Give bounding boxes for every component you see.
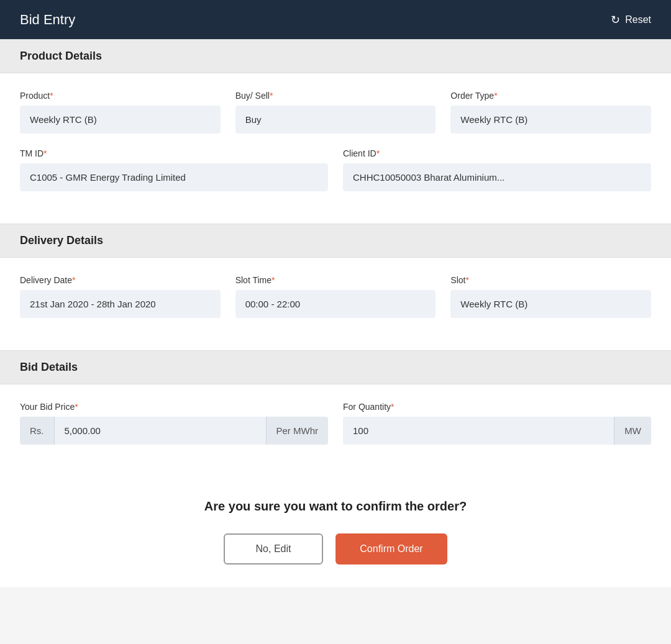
- product-required: *: [50, 91, 53, 101]
- client-id-label: Client ID*: [343, 148, 651, 158]
- bid-price-suffix: Per MWhr: [266, 417, 329, 445]
- slot-required: *: [465, 275, 468, 285]
- slot-label: Slot*: [450, 275, 651, 285]
- tm-id-value: C1005 - GMR Energy Trading Limited: [20, 163, 328, 191]
- delivery-date-required: *: [72, 275, 75, 285]
- product-details-section-content: Product* Weekly RTC (B) Buy/ Sell* Buy O…: [0, 73, 671, 224]
- confirmation-section: Are you sure you want to confirm the ord…: [0, 477, 671, 587]
- delivery-details-section-content: Delivery Date* 21st Jan 2020 - 28th Jan …: [0, 258, 671, 350]
- bid-price-input[interactable]: [55, 417, 266, 445]
- reset-icon: ↻: [611, 13, 620, 27]
- quantity-label: For Quantity*: [343, 402, 651, 412]
- product-details-section-header: Product Details: [0, 39, 671, 73]
- delivery-date-value: 21st Jan 2020 - 28th Jan 2020: [20, 290, 221, 318]
- bid-price-label: Your Bid Price*: [20, 402, 328, 412]
- quantity-input[interactable]: [343, 417, 614, 445]
- bid-price-container: Rs. Per MWhr: [20, 417, 328, 445]
- tm-client-row: TM ID* C1005 - GMR Energy Trading Limite…: [20, 148, 651, 191]
- delivery-date-label: Delivery Date*: [20, 275, 221, 285]
- order-type-label: Order Type*: [450, 91, 651, 101]
- tm-id-field-group: TM ID* C1005 - GMR Energy Trading Limite…: [20, 148, 328, 191]
- slot-time-field-group: Slot Time* 00:00 - 22:00: [235, 275, 436, 318]
- slot-time-label: Slot Time*: [235, 275, 436, 285]
- buy-sell-required: *: [270, 91, 273, 101]
- client-id-required: *: [377, 148, 380, 158]
- tm-id-label: TM ID*: [20, 148, 328, 158]
- bid-row: Your Bid Price* Rs. Per MWhr For Quantit…: [20, 402, 651, 445]
- bid-details-section-header: Bid Details: [0, 350, 671, 384]
- quantity-field-group: For Quantity* MW: [343, 402, 651, 445]
- slot-field-group: Slot* Weekly RTC (B): [450, 275, 651, 318]
- product-field-group: Product* Weekly RTC (B): [20, 91, 221, 134]
- buy-sell-label: Buy/ Sell*: [235, 91, 436, 101]
- slot-time-value: 00:00 - 22:00: [235, 290, 436, 318]
- delivery-row: Delivery Date* 21st Jan 2020 - 28th Jan …: [20, 275, 651, 318]
- button-row: No, Edit Confirm Order: [20, 533, 651, 565]
- slot-value: Weekly RTC (B): [450, 290, 651, 318]
- order-type-value: Weekly RTC (B): [450, 106, 651, 134]
- bid-price-required: *: [75, 402, 78, 412]
- client-id-field-group: Client ID* CHHC10050003 Bharat Aluminium…: [343, 148, 651, 191]
- tm-id-required: *: [43, 148, 47, 158]
- product-value: Weekly RTC (B): [20, 106, 221, 134]
- delivery-date-field-group: Delivery Date* 21st Jan 2020 - 28th Jan …: [20, 275, 221, 318]
- buy-sell-field-group: Buy/ Sell* Buy: [235, 91, 436, 134]
- quantity-suffix: MW: [614, 417, 651, 445]
- bid-details-section-content: Your Bid Price* Rs. Per MWhr For Quantit…: [0, 384, 671, 477]
- no-edit-button[interactable]: No, Edit: [224, 533, 323, 565]
- slot-time-required: *: [272, 275, 275, 285]
- app-header: Bid Entry ↻ Reset: [0, 0, 671, 39]
- bid-price-prefix: Rs.: [20, 417, 55, 445]
- product-row: Product* Weekly RTC (B) Buy/ Sell* Buy O…: [20, 91, 651, 134]
- order-type-field-group: Order Type* Weekly RTC (B): [450, 91, 651, 134]
- order-type-required: *: [494, 91, 497, 101]
- product-label: Product*: [20, 91, 221, 101]
- bid-price-field-group: Your Bid Price* Rs. Per MWhr: [20, 402, 328, 445]
- quantity-container: MW: [343, 417, 651, 445]
- delivery-details-section-header: Delivery Details: [0, 224, 671, 258]
- reset-label: Reset: [625, 14, 651, 25]
- buy-sell-value: Buy: [235, 106, 436, 134]
- page-title: Bid Entry: [20, 12, 75, 28]
- reset-button[interactable]: ↻ Reset: [611, 13, 651, 27]
- quantity-required: *: [391, 402, 394, 412]
- client-id-value: CHHC10050003 Bharat Aluminium...: [343, 163, 651, 191]
- confirm-order-button[interactable]: Confirm Order: [336, 533, 447, 565]
- confirm-question: Are you sure you want to confirm the ord…: [20, 499, 651, 514]
